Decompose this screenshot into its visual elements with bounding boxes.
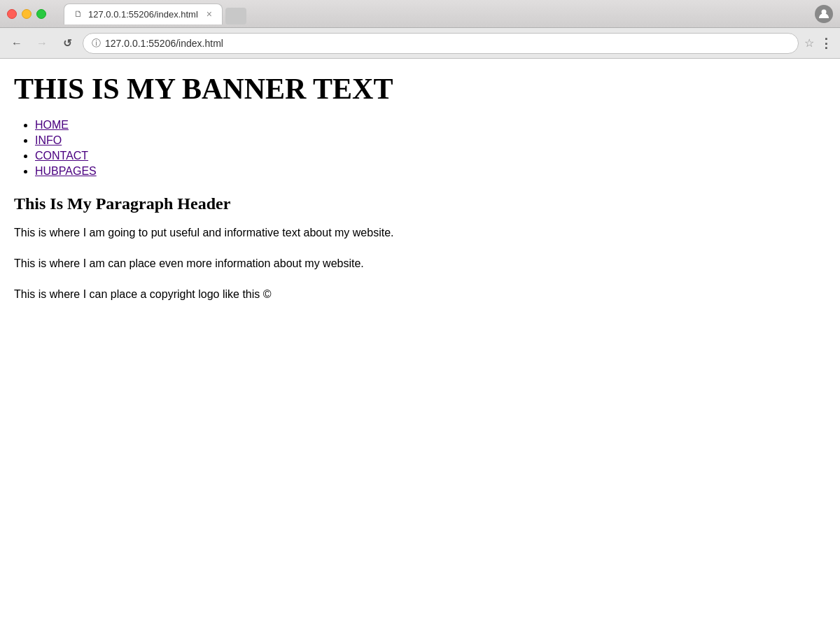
tab-title: 127.0.0.1:55206/index.html: [88, 9, 198, 20]
nav-link-contact[interactable]: CONTACT: [35, 150, 88, 162]
nav-item-info: INFO: [35, 134, 826, 147]
page-content: THIS IS MY BANNER TEXT HOME INFO CONTACT…: [0, 59, 840, 626]
back-button[interactable]: ←: [7, 34, 27, 53]
paragraph-3: This is where I can place a copyright lo…: [14, 286, 826, 303]
nav-link-home[interactable]: HOME: [35, 119, 69, 131]
title-bar: 🗋 127.0.0.1:55206/index.html ×: [0, 0, 840, 28]
section-header: This Is My Paragraph Header: [14, 194, 826, 213]
url-rest: :55206/index.html: [146, 38, 223, 49]
active-tab[interactable]: 🗋 127.0.0.1:55206/index.html ×: [64, 3, 223, 24]
paragraph-1: This is where I am going to put useful a…: [14, 225, 826, 241]
browser-window: 🗋 127.0.0.1:55206/index.html × ← → ↺: [0, 0, 840, 626]
close-button[interactable]: [7, 9, 17, 19]
tab-bar: 🗋 127.0.0.1:55206/index.html ×: [64, 3, 815, 24]
minimize-button[interactable]: [22, 9, 31, 19]
maximize-button[interactable]: [36, 9, 46, 19]
traffic-lights: [7, 9, 46, 19]
profile-icon[interactable]: [815, 5, 833, 23]
url-bold: 127.0.0.1: [105, 38, 146, 49]
info-icon: ⓘ: [92, 37, 101, 50]
nav-list: HOME INFO CONTACT HUBPAGES: [14, 119, 826, 178]
banner-title: THIS IS MY BANNER TEXT: [14, 73, 826, 105]
nav-link-info[interactable]: INFO: [35, 134, 62, 146]
new-tab-area: [225, 8, 246, 24]
address-bar-row: ← → ↺ ⓘ 127.0.0.1:55206/index.html ☆ ⋮: [0, 28, 840, 59]
address-bar[interactable]: ⓘ 127.0.0.1:55206/index.html: [83, 33, 799, 54]
bookmark-button[interactable]: ☆: [804, 36, 814, 50]
reload-button[interactable]: ↺: [57, 34, 77, 53]
tab-favicon-icon: 🗋: [74, 9, 83, 19]
nav-item-contact: CONTACT: [35, 150, 826, 162]
nav-item-home: HOME: [35, 119, 826, 131]
nav-item-hubpages: HUBPAGES: [35, 165, 826, 178]
address-text: 127.0.0.1:55206/index.html: [105, 38, 790, 49]
nav-link-hubpages[interactable]: HUBPAGES: [35, 165, 97, 177]
forward-button[interactable]: →: [32, 34, 52, 53]
paragraph-2: This is where I am can place even more i…: [14, 255, 826, 272]
tab-close-button[interactable]: ×: [206, 8, 212, 20]
menu-button[interactable]: ⋮: [820, 36, 833, 51]
